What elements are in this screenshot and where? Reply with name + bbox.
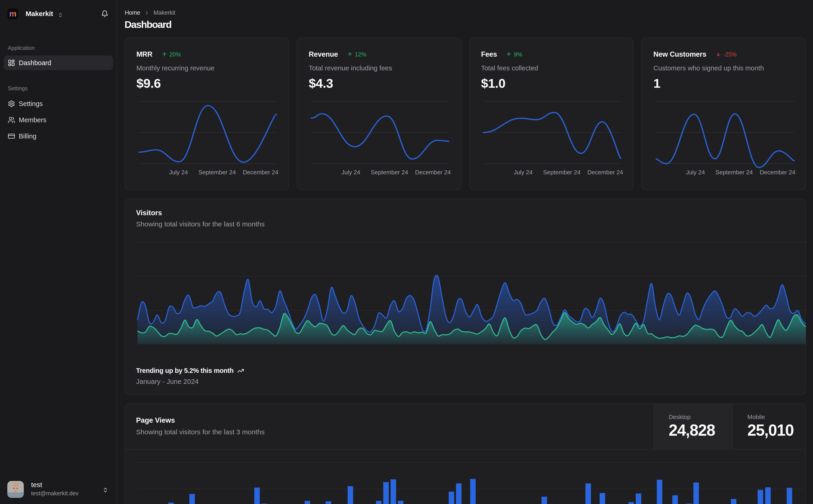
- svg-text:m: m: [9, 10, 16, 18]
